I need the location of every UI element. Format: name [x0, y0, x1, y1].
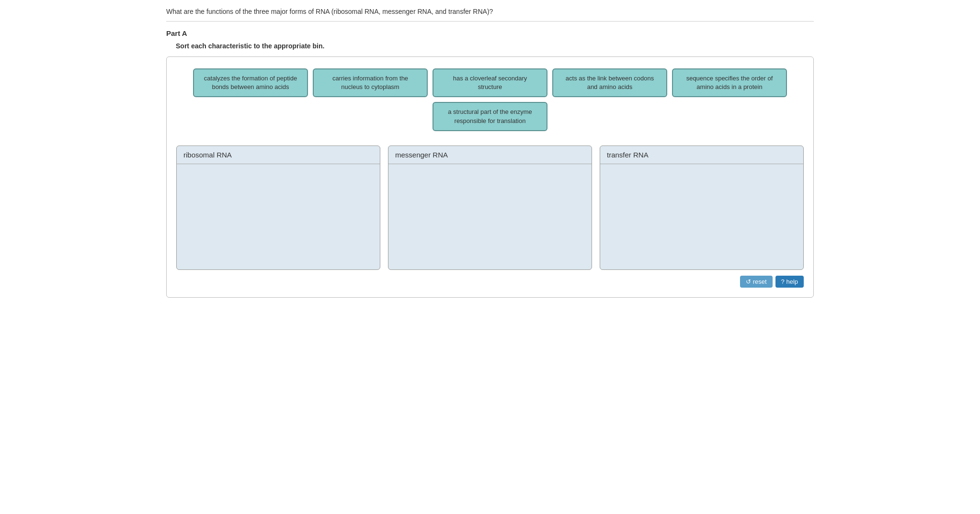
help-button[interactable]: ? help — [775, 276, 804, 288]
drag-item-3[interactable]: has a cloverleaf secondary structure — [433, 68, 547, 97]
bin-messenger-content — [388, 164, 592, 260]
bins-area: ribosomal RNA messenger RNA transfer RNA — [176, 145, 804, 270]
part-label: Part A — [166, 29, 814, 37]
bin-messenger-label: messenger RNA — [388, 146, 592, 164]
drag-item-4[interactable]: acts as the link between codons and amin… — [552, 68, 667, 97]
bin-transfer-content — [600, 164, 803, 260]
bin-ribosomal-label: ribosomal RNA — [177, 146, 380, 164]
bin-messenger[interactable]: messenger RNA — [388, 145, 592, 270]
drag-item-1[interactable]: catalyzes the formation of peptide bonds… — [193, 68, 308, 97]
bin-transfer[interactable]: transfer RNA — [600, 145, 804, 270]
footer-area: ↺ reset ? help — [176, 276, 804, 288]
help-label: ? help — [781, 278, 798, 285]
divider — [166, 21, 814, 22]
drag-item-5[interactable]: sequence specifies the order of amino ac… — [672, 68, 787, 97]
drag-item-2[interactable]: carries information from the nucleus to … — [313, 68, 428, 97]
instruction: Sort each characteristic to the appropri… — [176, 42, 814, 50]
bin-ribosomal-content — [177, 164, 380, 260]
bin-transfer-label: transfer RNA — [600, 146, 803, 164]
question-text: What are the functions of the three majo… — [166, 8, 814, 15]
reset-label: reset — [753, 278, 767, 285]
reset-icon: ↺ — [746, 278, 751, 285]
drag-item-6[interactable]: a structural part of the enzyme responsi… — [433, 102, 547, 131]
bin-ribosomal[interactable]: ribosomal RNA — [176, 145, 380, 270]
drag-area: catalyzes the formation of peptide bonds… — [176, 68, 804, 131]
reset-button[interactable]: ↺ reset — [740, 276, 773, 288]
page-container: What are the functions of the three majo… — [155, 0, 825, 305]
main-box: catalyzes the formation of peptide bonds… — [166, 56, 814, 298]
